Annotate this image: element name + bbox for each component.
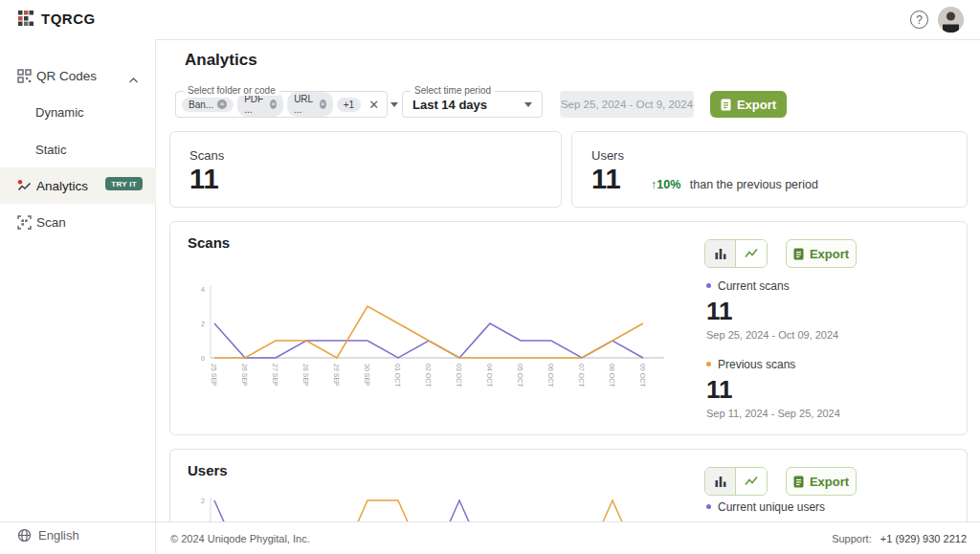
topbar: TQRCG ? bbox=[0, 0, 980, 39]
users-delta-note: than the previous period bbox=[690, 178, 818, 191]
legend-value: 11 bbox=[706, 375, 840, 405]
scans-card-title: Scans bbox=[188, 234, 230, 251]
legend-value: 11 bbox=[706, 297, 838, 326]
svg-text:01 OCT: 01 OCT bbox=[394, 364, 401, 388]
legend-period: Sep 11, 2024 - Sep 25, 2024 bbox=[706, 408, 840, 419]
chevron-down-icon bbox=[524, 102, 532, 107]
chip-label: PDF ... bbox=[244, 94, 266, 115]
legend-previous-scans: Previous scans 11 Sep 11, 2024 - Sep 25,… bbox=[706, 355, 840, 419]
svg-text:28 SEP: 28 SEP bbox=[302, 364, 309, 387]
bar-chart-toggle[interactable] bbox=[705, 468, 736, 495]
chip-label: Ban... bbox=[189, 100, 213, 110]
file-icon bbox=[793, 248, 804, 260]
line-chart-toggle[interactable] bbox=[736, 468, 767, 495]
sidebar-item-label: QR Codes bbox=[36, 69, 97, 83]
filter-chip[interactable]: Ban... × bbox=[182, 98, 234, 112]
chip-remove-icon[interactable]: × bbox=[270, 100, 277, 109]
chevron-up-icon[interactable] bbox=[128, 71, 139, 88]
chart-type-toggle bbox=[704, 239, 768, 268]
language-label: English bbox=[38, 528, 79, 543]
export-button-label: Export bbox=[737, 98, 776, 112]
sidebar-item-label: Scan bbox=[36, 215, 66, 230]
time-period-select[interactable]: Select time period Last 14 days bbox=[402, 91, 543, 118]
app-logo[interactable]: TQRCG bbox=[17, 10, 96, 27]
chip-remove-icon[interactable]: × bbox=[320, 100, 326, 109]
folder-filter-label: Select folder or code bbox=[184, 85, 279, 96]
avatar[interactable] bbox=[938, 7, 964, 33]
chart-type-toggle bbox=[704, 467, 768, 496]
app-logo-text: TQRCG bbox=[41, 11, 96, 27]
users-summary-card: Users 11 ↑10% than the previous period bbox=[571, 131, 968, 208]
export-button-label: Export bbox=[810, 475, 849, 489]
svg-text:25 SEP: 25 SEP bbox=[211, 364, 217, 387]
svg-text:29 SEP: 29 SEP bbox=[333, 364, 340, 387]
svg-text:27 SEP: 27 SEP bbox=[272, 364, 278, 387]
svg-text:26 SEP: 26 SEP bbox=[241, 364, 248, 387]
legend-label: Current scans bbox=[718, 279, 790, 293]
export-button-label: Export bbox=[810, 247, 849, 261]
svg-text:2: 2 bbox=[201, 321, 205, 327]
legend-dot-purple bbox=[706, 504, 711, 509]
svg-text:05 OCT: 05 OCT bbox=[517, 364, 523, 388]
bar-chart-toggle[interactable] bbox=[705, 240, 736, 267]
scans-chart-card: Scans Export bbox=[169, 221, 968, 435]
line-chart-toggle[interactable] bbox=[736, 240, 767, 267]
date-range-button[interactable]: Sep 25, 2024 - Oct 9, 2024 bbox=[560, 91, 694, 118]
qr-logo-icon bbox=[17, 10, 34, 27]
scans-summary-card: Scans 11 bbox=[169, 131, 562, 208]
legend-current-scans: Current scans 11 Sep 25, 2024 - Oct 09, … bbox=[706, 277, 838, 341]
svg-text:4: 4 bbox=[201, 286, 205, 293]
analytics-icon bbox=[17, 179, 32, 193]
time-period-label: Select time period bbox=[411, 85, 495, 96]
folder-filter[interactable]: Select folder or code Ban... × PDF ... ×… bbox=[175, 91, 388, 118]
support-phone: +1 (929) 930 2212 bbox=[880, 533, 967, 544]
svg-text:02 OCT: 02 OCT bbox=[425, 364, 432, 388]
sidebar-item-qr-codes[interactable]: QR Codes bbox=[0, 57, 156, 94]
svg-text:07 OCT: 07 OCT bbox=[578, 364, 585, 388]
users-delta: ↑10% than the previous period bbox=[651, 178, 818, 191]
sidebar-item-static[interactable]: Static bbox=[0, 131, 156, 167]
filter-chip-more[interactable]: +1 bbox=[337, 98, 361, 112]
svg-text:09 OCT: 09 OCT bbox=[639, 364, 646, 388]
app-window: TQRCG ? QR Codes bbox=[0, 0, 980, 554]
export-scans-button[interactable]: Export bbox=[786, 239, 857, 268]
sidebar-item-analytics[interactable]: Analytics TRY IT bbox=[0, 167, 156, 204]
sidebar-item-scan[interactable]: Scan bbox=[0, 204, 156, 240]
sidebar-item-dynamic[interactable]: Dynamic bbox=[0, 94, 156, 130]
sidebar-divider bbox=[0, 521, 156, 522]
bar-chart-icon bbox=[714, 475, 727, 488]
svg-text:06 OCT: 06 OCT bbox=[547, 364, 554, 388]
svg-text:03 OCT: 03 OCT bbox=[456, 364, 462, 388]
legend-label: Previous scans bbox=[718, 358, 795, 371]
time-period-value: Last 14 days bbox=[412, 98, 487, 112]
globe-icon bbox=[17, 528, 32, 543]
language-selector[interactable]: English bbox=[17, 528, 79, 543]
users-card-title: Users bbox=[188, 462, 228, 478]
svg-text:2: 2 bbox=[201, 498, 205, 504]
export-button[interactable]: Export bbox=[710, 91, 787, 118]
chip-remove-icon[interactable]: × bbox=[217, 100, 227, 109]
svg-text:04 OCT: 04 OCT bbox=[486, 364, 493, 388]
svg-text:30 SEP: 30 SEP bbox=[364, 364, 370, 387]
support-label: Support: bbox=[832, 533, 872, 544]
export-users-button[interactable]: Export bbox=[786, 467, 857, 496]
legend-dot-purple bbox=[706, 283, 711, 288]
help-icon[interactable]: ? bbox=[910, 11, 928, 29]
line-chart-icon bbox=[745, 247, 758, 260]
footer: © 2024 Uniqode Phygital, Inc. Support: +… bbox=[156, 521, 980, 554]
users-summary-value: 11 bbox=[591, 164, 621, 195]
topbar-divider bbox=[156, 39, 980, 40]
sidebar: QR Codes Dynamic Static Analytics TRY IT bbox=[0, 39, 156, 554]
chevron-down-icon[interactable] bbox=[390, 102, 398, 107]
clear-filter-icon[interactable]: ✕ bbox=[368, 98, 379, 112]
sidebar-item-label: Analytics bbox=[36, 179, 88, 193]
support-info: Support: +1 (929) 930 2212 bbox=[832, 533, 967, 544]
legend-period: Sep 25, 2024 - Oct 09, 2024 bbox=[706, 329, 838, 341]
svg-text:08 OCT: 08 OCT bbox=[609, 364, 615, 388]
avatar-image bbox=[938, 7, 964, 33]
legend-label: Current unique users bbox=[718, 500, 825, 514]
file-icon bbox=[721, 99, 731, 111]
filter-chip[interactable]: URL ... × bbox=[287, 92, 333, 117]
chip-label: URL ... bbox=[294, 94, 315, 115]
legend-dot-orange bbox=[706, 362, 711, 366]
